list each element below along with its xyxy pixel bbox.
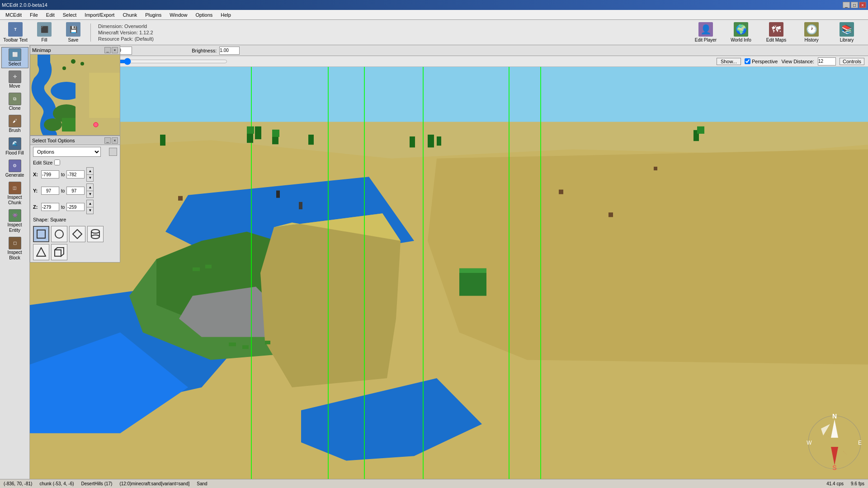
library-btn[interactable]: 📚 Library [831,21,863,44]
shape-cylinder-btn[interactable] [87,226,104,242]
select-options-minimize[interactable]: _ [104,137,111,144]
show-btn[interactable]: Show... [717,58,741,65]
x-decrement-btn[interactable]: ▼ [87,175,93,182]
z-from-input[interactable]: -279 [41,203,59,211]
inspect-entity-icon: 👾 [9,209,21,222]
menu-importexport[interactable]: Import/Export [81,11,118,19]
svg-rect-35 [559,190,563,194]
svg-rect-31 [229,343,236,346]
status-chunk: chunk (-53, 4, -6) [39,481,74,486]
left-sidebar: ⬜ Select ✛ Move ⧉ Clone 🖌 Brush 🌊 Flood … [0,45,30,479]
fill-icon: ⬛ [37,22,52,37]
tool-generate[interactable]: ⚙ Generate [1,158,28,179]
generate-tool-icon: ⚙ [9,160,21,172]
inspect-chunk-icon: ◫ [9,182,21,194]
edit-maps-btn[interactable]: 🗺 Edit Maps [760,21,792,44]
history-btn[interactable]: 🕐 History [796,21,827,44]
tool-select[interactable]: ⬜ Select [1,47,28,68]
svg-rect-39 [410,136,415,147]
svg-text:W: W [807,440,812,446]
menu-edit[interactable]: Edit [42,11,58,19]
y-increment-btn[interactable]: ▲ [87,184,93,191]
perspective-checkbox[interactable]: Perspective [745,58,778,64]
svg-point-62 [71,59,75,64]
tool-brush[interactable]: 🖌 Brush [1,113,28,135]
z-to-input[interactable]: -259 [66,203,85,211]
x-to-input[interactable]: -782 [66,170,85,178]
flood-tool-label: Flood Fill [5,150,24,156]
center-content: 2D Over Cam Time of day: Brightness: Wor… [30,45,868,479]
z-increment-btn[interactable]: ▲ [87,200,93,207]
menu-mcedit[interactable]: MCEdit [2,11,25,19]
svg-rect-32 [242,345,249,349]
coord-row-z: Z: -279 to -259 ▲ ▼ [30,199,120,215]
select-options-close[interactable]: × [112,137,118,144]
svg-text:S: S [832,464,836,471]
controls-btn[interactable]: Controls [840,58,864,65]
viewport[interactable]: N S E W [30,67,868,479]
svg-point-61 [94,122,98,127]
minimap-close[interactable]: × [112,47,118,53]
z-to-label: to [61,205,65,210]
menu-window[interactable]: Window [166,11,191,19]
minimap-controls[interactable]: _ × [104,47,118,53]
y-from-input[interactable]: 97 [41,187,59,195]
svg-rect-60 [89,73,120,118]
viewport-secondbar: Work Plane Show... Perspective View Dist… [30,56,868,67]
world-info-btn[interactable]: 🌍 World Info [725,21,757,44]
minimize-btn[interactable]: _ [843,2,850,8]
options-dropdown[interactable]: Options [33,147,101,157]
tool-inspect-chunk[interactable]: ◫ Inspect Chunk [1,180,28,207]
history-icon: 🕐 [804,22,819,37]
view-distance-input[interactable] [818,57,836,66]
toolbar-sep-1 [90,23,91,42]
x-from-input[interactable]: -799 [41,170,59,178]
title-bar-controls[interactable]: _ □ × [843,2,866,8]
minimap-minimize[interactable]: _ [104,47,111,53]
select-options-titlebar: Select Tool Options _ × [30,136,120,145]
tool-clone[interactable]: ⧉ Clone [1,91,28,113]
menu-options[interactable]: Options [192,11,216,19]
shape-square-btn[interactable] [33,226,49,242]
menu-plugins[interactable]: Plugins [142,11,165,19]
z-decrement-btn[interactable]: ▼ [87,207,93,214]
edit-size-label: Edit Size [33,160,52,165]
toolbar-text-btn[interactable]: T Toolbar Text [2,21,29,44]
status-fps: 41.4 cps [826,481,844,486]
shape-pyramid-btn[interactable] [33,244,49,260]
title-bar: MCEdit 2.0.0-beta14 _ □ × [0,0,868,10]
perspective-label: Perspective [752,59,778,64]
shape-circle-btn[interactable] [51,226,67,242]
svg-rect-22 [299,202,302,209]
perspective-check[interactable] [745,58,750,64]
shape-diamond-btn[interactable] [69,226,85,242]
menu-help[interactable]: Help [217,11,235,19]
mc-version: Minecraft Version: 1.12.2 [98,29,154,36]
brightness-label: Brightness: [192,48,217,53]
fill-label: Fill [42,38,47,42]
menu-file[interactable]: File [26,11,42,19]
brightness-input[interactable] [219,47,240,55]
y-to-input[interactable]: 97 [66,187,85,195]
tool-inspect-entity[interactable]: 👾 Inspect Entity [1,208,28,235]
save-btn[interactable]: 💾 Save [60,21,87,44]
fill-btn[interactable]: ⬛ Fill [31,21,58,44]
menu-chunk[interactable]: Chunk [119,11,141,19]
shape-box-btn[interactable] [51,244,67,260]
tool-flood[interactable]: 🌊 Flood Fill [1,136,28,157]
library-label: Library [840,38,854,42]
status-block-id: (12:0)minecraft:sand[variant=sand] [119,481,189,486]
close-btn[interactable]: × [859,2,866,8]
tool-inspect-block[interactable]: ◻ Inspect Block [1,235,28,262]
edit-player-label: Edit Player [695,38,717,42]
tool-move[interactable]: ✛ Move [1,69,28,90]
y-decrement-btn[interactable]: ▼ [87,191,93,198]
svg-marker-12 [428,149,868,364]
maximize-btn[interactable]: □ [851,2,858,8]
x-increment-btn[interactable]: ▲ [87,168,93,175]
edit-player-btn[interactable]: 👤 Edit Player [690,21,722,44]
select-options-controls[interactable]: _ × [104,137,118,144]
menu-select[interactable]: Select [59,11,80,19]
edit-size-check[interactable] [54,160,60,165]
edit-size-checkbox[interactable] [109,148,117,156]
